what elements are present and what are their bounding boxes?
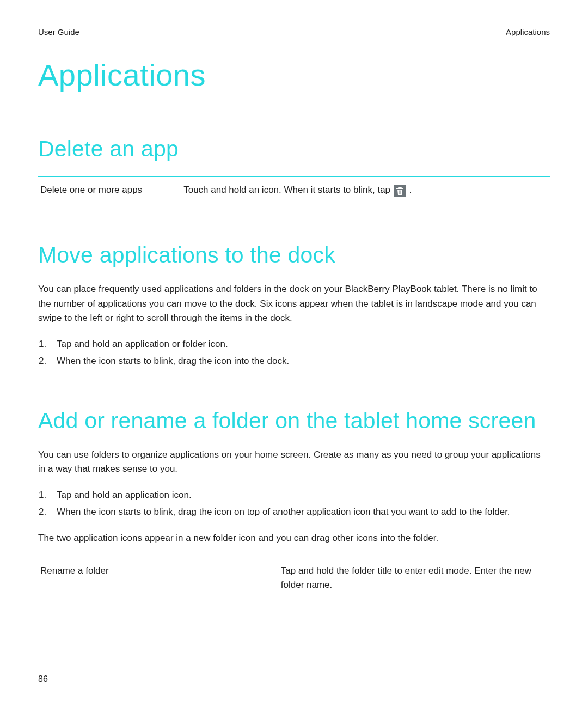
table-row: Rename a folder Tap and hold the folder … (38, 557, 550, 599)
folder-row-value: Tap and hold the folder title to enter e… (279, 557, 550, 599)
list-item: When the icon starts to blink, drag the … (49, 353, 550, 370)
delete-table: Delete one or more apps Touch and hold a… (38, 176, 550, 204)
section-heading-delete: Delete an app (38, 136, 550, 162)
folder-steps: Tap and hold an application icon. When t… (38, 487, 550, 520)
list-item: When the icon starts to blink, drag the … (49, 504, 550, 521)
delete-row-text-after: . (409, 185, 412, 195)
move-steps: Tap and hold an application or folder ic… (38, 336, 550, 369)
section-heading-move: Move applications to the dock (38, 242, 550, 268)
page-header: User Guide Applications (38, 27, 550, 36)
delete-row-label: Delete one or more apps (38, 176, 181, 204)
folder-intro: You can use folders to organize applicat… (38, 448, 550, 477)
header-left: User Guide (38, 27, 79, 36)
trash-icon (394, 185, 406, 197)
svg-rect-0 (398, 187, 402, 188)
folder-row-label: Rename a folder (38, 557, 279, 599)
page-number: 86 (38, 674, 48, 684)
delete-row-value: Touch and hold an icon. When it starts t… (181, 176, 550, 204)
move-intro: You can place frequently used applicatio… (38, 282, 550, 325)
header-right: Applications (506, 27, 550, 36)
page-title: Applications (38, 57, 550, 93)
delete-row-text-before: Touch and hold an icon. When it starts t… (183, 185, 393, 195)
folder-table: Rename a folder Tap and hold the folder … (38, 557, 550, 600)
table-row: Delete one or more apps Touch and hold a… (38, 176, 550, 204)
list-item: Tap and hold an application or folder ic… (49, 336, 550, 353)
section-heading-folder: Add or rename a folder on the tablet hom… (38, 408, 550, 434)
folder-after-steps: The two application icons appear in a ne… (38, 531, 550, 545)
document-page: User Guide Applications Applications Del… (0, 0, 588, 706)
list-item: Tap and hold an application icon. (49, 487, 550, 504)
svg-rect-1 (396, 188, 403, 189)
